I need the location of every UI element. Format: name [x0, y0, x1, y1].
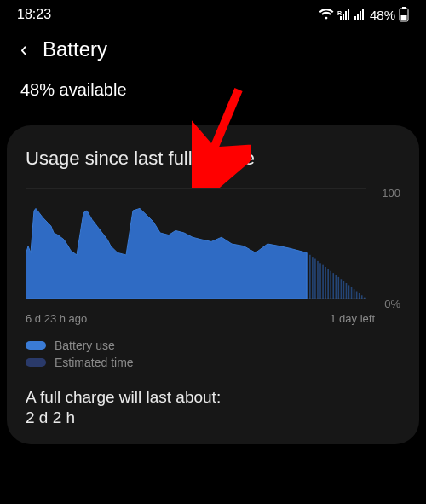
svg-rect-1 [340, 16, 342, 20]
svg-rect-29 [346, 283, 348, 299]
svg-rect-35 [361, 295, 363, 299]
battery-available: 48% available [0, 78, 426, 125]
x-left-label: 6 d 23 h ago [26, 312, 87, 325]
battery-chart[interactable]: 100 0% [26, 188, 400, 304]
svg-rect-32 [354, 289, 355, 299]
svg-rect-36 [364, 298, 366, 299]
svg-rect-15 [309, 255, 311, 299]
usage-card: Usage since last full charge 100 0% 6 d … [7, 125, 419, 444]
svg-rect-33 [356, 292, 358, 299]
legend-est-label: Estimated time [55, 356, 134, 369]
clock: 18:23 [17, 7, 51, 22]
usage-title: Usage since last full charge [26, 148, 400, 170]
battery-pct-text: 48% [370, 8, 395, 22]
svg-text:R: R [337, 10, 342, 16]
y-axis-top: 100 [382, 187, 400, 200]
status-bar: 18:23 R 48% [0, 0, 426, 26]
svg-rect-8 [362, 9, 364, 20]
header: ‹ Battery [0, 26, 426, 78]
svg-rect-7 [360, 11, 361, 20]
signal-roaming-icon: R [337, 9, 351, 20]
svg-rect-16 [312, 257, 314, 299]
svg-rect-2 [343, 14, 344, 20]
svg-rect-25 [335, 275, 337, 299]
svg-rect-14 [307, 252, 308, 299]
svg-rect-19 [320, 263, 321, 299]
svg-rect-21 [325, 267, 326, 299]
svg-rect-22 [327, 269, 329, 299]
status-icons: R 48% [319, 7, 409, 22]
svg-rect-3 [345, 11, 347, 20]
full-charge-label: A full charge will last about: [26, 388, 400, 407]
back-icon[interactable]: ‹ [20, 38, 27, 61]
swatch-use-icon [26, 341, 46, 350]
svg-rect-24 [332, 273, 334, 299]
svg-rect-23 [330, 271, 331, 299]
svg-rect-31 [351, 287, 353, 299]
svg-rect-18 [317, 261, 319, 299]
signal-icon [354, 9, 366, 20]
svg-rect-17 [314, 259, 316, 299]
chart-legend: Battery use Estimated time [26, 339, 400, 369]
full-charge-value: 2 d 2 h [26, 408, 400, 427]
svg-rect-27 [341, 279, 343, 299]
page-title: Battery [43, 38, 107, 61]
svg-rect-20 [322, 265, 324, 299]
svg-rect-6 [357, 14, 359, 20]
svg-rect-34 [359, 293, 360, 299]
svg-rect-4 [348, 9, 349, 20]
svg-rect-28 [343, 281, 345, 299]
x-right-label: 1 day left [330, 312, 375, 325]
battery-icon [399, 7, 409, 22]
svg-rect-26 [338, 277, 340, 299]
svg-rect-11 [401, 15, 407, 20]
svg-rect-30 [348, 285, 350, 299]
wifi-icon [319, 9, 334, 20]
swatch-est-icon [26, 358, 46, 367]
legend-battery-use: Battery use [26, 339, 400, 352]
svg-rect-5 [354, 16, 356, 20]
legend-use-label: Battery use [55, 339, 115, 352]
y-axis-bottom: 0% [384, 298, 400, 310]
legend-estimated: Estimated time [26, 356, 400, 369]
chart-x-labels: 6 d 23 h ago 1 day left [26, 312, 400, 325]
